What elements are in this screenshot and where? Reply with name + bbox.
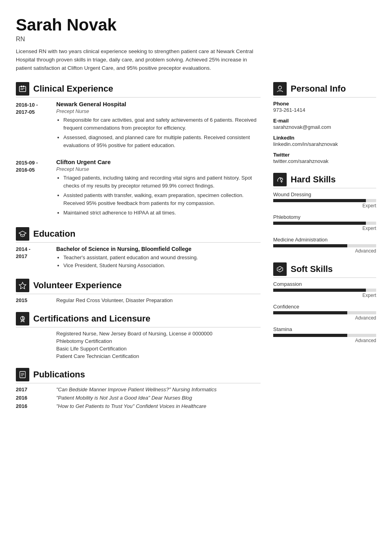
cert-text-1: Registered Nurse, New Jersey Board of Nu… [56, 331, 213, 337]
cert-entry-4: Patient Care Technician Certification [16, 353, 261, 359]
edu-entry-1: 2014 -2017 Bachelor of Science in Nursin… [16, 246, 261, 270]
svg-point-14 [280, 178, 283, 180]
svg-marker-6 [19, 282, 26, 289]
soft-skills-icon [273, 262, 287, 276]
right-column: Personal Info Phone 973-261-1414 E-mail … [273, 82, 376, 418]
soft-skill-1-fill [273, 289, 366, 292]
svg-marker-8 [21, 316, 24, 320]
svg-rect-1 [21, 86, 22, 87]
exp-date-2: 2015-09 -2016-05 [16, 159, 50, 219]
svg-rect-0 [19, 86, 26, 92]
linkedin-value: linkedin.com/in/sarahznovak [273, 141, 376, 147]
hard-skill-2-bar [273, 222, 376, 225]
soft-skill-3-level: Advanced [273, 338, 376, 343]
soft-skill-1-level: Expert [273, 293, 376, 298]
soft-skill-2-fill [273, 311, 347, 314]
linkedin-label: LinkedIn [273, 135, 376, 141]
soft-skill-1: Compassion Expert [273, 281, 376, 298]
candidate-name: Sarah Novak [16, 16, 376, 34]
certifications-icon [16, 312, 29, 325]
section-education: Education 2014 -2017 Bachelor of Science… [16, 227, 261, 270]
hard-skill-2-fill [273, 222, 366, 225]
pub-year-2: 2016 [16, 395, 50, 401]
exp-bullets-2: Triaged patients, including taking and r… [56, 174, 261, 217]
left-column: Clinical Experience 2016-10 -2017-05 New… [16, 82, 261, 418]
vol-year-1: 2015 [16, 297, 50, 303]
section-hard-skills: Hard Skills Wound Dressing Expert Phlebo… [273, 173, 376, 254]
hard-skill-3-level: Advanced [273, 248, 376, 254]
soft-skill-3: Stamina Advanced [273, 326, 376, 343]
candidate-summary: Licensed RN with two years clinical expe… [16, 48, 257, 73]
section-publications-header: Publications [16, 368, 261, 383]
section-volunteer-header: Volunteer Experience [16, 279, 261, 294]
hard-skill-1: Wound Dressing Expert [273, 191, 376, 209]
hard-skill-1-level: Expert [273, 203, 376, 209]
personal-info-phone: Phone 973-261-1414 [273, 101, 376, 113]
pub-year-3: 2016 [16, 403, 50, 409]
twitter-value: twitter.com/sarahznovak [273, 158, 376, 164]
edu-date-1: 2014 -2017 [16, 246, 50, 270]
soft-skill-3-fill [273, 334, 347, 337]
twitter-label: Twitter [273, 152, 376, 158]
cert-text-4: Patient Care Technician Certification [56, 353, 139, 359]
edu-bullets-1: Teacher's assistant, patient education a… [56, 254, 261, 270]
section-certifications-header: Certifications and Licensure [16, 312, 261, 327]
svg-marker-5 [19, 231, 26, 235]
pub-entry-3: 2016 "How to Get Patients to Trust You" … [16, 403, 261, 409]
cert-entry-3: Basic Life Support Certification [16, 346, 261, 352]
cert-text-3: Basic Life Support Certification [56, 346, 127, 352]
exp-date-1: 2016-10 -2017-05 [16, 101, 50, 151]
exp-content-2: Clifton Urgent Care Precept Nurse Triage… [56, 159, 261, 219]
section-soft-skills: Soft Skills Compassion Expert Confidence… [273, 262, 376, 343]
svg-rect-2 [23, 86, 24, 87]
soft-skill-2-level: Advanced [273, 315, 376, 321]
volunteer-title: Volunteer Experience [33, 280, 122, 291]
hard-skill-3-name: Medicine Administration [273, 237, 376, 243]
email-label: E-mail [273, 118, 376, 124]
hard-skills-title: Hard Skills [291, 174, 336, 185]
exp-role-2: Precept Nurse [56, 166, 261, 172]
hard-skill-1-bar [273, 199, 376, 202]
phone-label: Phone [273, 101, 376, 107]
main-layout: Clinical Experience 2016-10 -2017-05 New… [16, 82, 376, 418]
vol-entry-1: 2015 Regular Red Cross Volunteer, Disast… [16, 297, 261, 303]
exp-org-2: Clifton Urgent Care [56, 159, 261, 165]
exp-role-1: Precept Nurse [56, 108, 261, 114]
hard-skill-3: Medicine Administration Advanced [273, 237, 376, 254]
exp-bullet-1-1: Responsible for care activities, goal an… [63, 116, 261, 132]
exp-bullet-2-2: Assisted patients with transfer, walking… [63, 191, 261, 207]
section-hard-skills-header: Hard Skills [273, 173, 376, 188]
cert-text-2: Phlebotomy Certification [56, 338, 112, 344]
section-personal-info: Personal Info Phone 973-261-1414 E-mail … [273, 82, 376, 164]
section-certifications: Certifications and Licensure Registered … [16, 312, 261, 359]
pub-desc-1: "Can Bedside Manner Improve Patient Well… [56, 387, 217, 392]
personal-info-twitter: Twitter twitter.com/sarahznovak [273, 152, 376, 164]
pub-entry-2: 2016 "Patient Mobility is Not Just a Goo… [16, 395, 261, 401]
soft-skill-3-bar [273, 334, 376, 337]
resume-header: Sarah Novak RN Licensed RN with two year… [16, 16, 376, 73]
hard-skill-1-fill [273, 199, 366, 202]
education-title: Education [33, 229, 75, 239]
pub-desc-2: "Patient Mobility is Not Just a Good Ide… [56, 395, 192, 401]
email-value: sarahznovak@gmail.com [273, 124, 376, 130]
edu-org-1: Bachelor of Science in Nursing, Bloomfie… [56, 246, 261, 252]
edu-bullet-1-2: Vice President, Student Nursing Associat… [63, 262, 261, 270]
candidate-title: RN [16, 36, 376, 43]
exp-bullets-1: Responsible for care activities, goal an… [56, 116, 261, 150]
soft-skill-3-name: Stamina [273, 326, 376, 332]
edu-bullet-1-1: Teacher's assistant, patient education a… [63, 254, 261, 262]
section-publications: Publications 2017 "Can Bedside Manner Im… [16, 368, 261, 409]
section-education-header: Education [16, 227, 261, 243]
soft-skill-1-bar [273, 289, 376, 292]
publications-icon [16, 368, 29, 381]
svg-point-13 [278, 86, 282, 89]
exp-bullet-2-3: Maintained strict adherence to HIPAA at … [63, 209, 261, 217]
soft-skills-title: Soft Skills [291, 264, 333, 274]
certifications-title: Certifications and Licensure [33, 314, 150, 324]
hard-skill-2: Phlebotomy Expert [273, 214, 376, 231]
soft-skill-2: Confidence Advanced [273, 304, 376, 321]
soft-skill-2-bar [273, 311, 376, 314]
pub-entry-1: 2017 "Can Bedside Manner Improve Patient… [16, 387, 261, 392]
cert-entry-2: Phlebotomy Certification [16, 338, 261, 344]
clinical-exp-entry-1: 2016-10 -2017-05 Newark General Hospital… [16, 101, 261, 151]
